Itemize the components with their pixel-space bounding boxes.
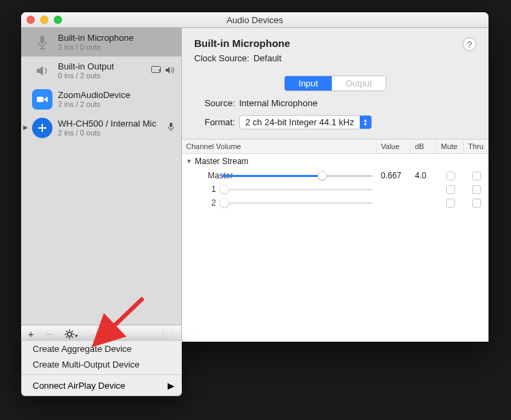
svg-line-14 [66, 331, 67, 332]
titlebar[interactable]: Audio Devices [21, 12, 489, 28]
value-cell: 0.667 [377, 169, 411, 182]
gear-popup-menu: Create Aggregate Device Create Multi-Out… [21, 341, 182, 396]
device-name: ZoomAudioDevice [58, 90, 174, 101]
volume-slider [221, 184, 373, 194]
resize-grip-icon[interactable]: ⋮⋮ [159, 330, 177, 338]
device-io: 0 ins / 2 outs [58, 71, 146, 80]
device-io: 2 ins / 2 outs [58, 100, 174, 109]
menu-label: Connect AirPlay Device [33, 381, 125, 391]
svg-rect-3 [152, 67, 161, 73]
col-thru[interactable]: Thru [464, 140, 489, 153]
device-list[interactable]: Built-in Microphone 2 ins / 0 outs Built… [21, 28, 181, 325]
menu-separator [22, 374, 181, 375]
mute-checkbox[interactable] [446, 185, 455, 194]
gear-menu-button[interactable]: ▾ [62, 328, 80, 340]
sidebar-toolbar: + − ▾ ⋮⋮ [21, 325, 181, 342]
menu-connect-airplay[interactable]: Connect AirPlay Device ▶ [22, 377, 181, 395]
device-sidebar: Built-in Microphone 2 ins / 0 outs Built… [21, 28, 182, 342]
channel-table: Channel Volume Value dB Mute Thru ▼ Mast… [182, 139, 489, 342]
source-value: Internal Microphone [239, 98, 318, 108]
remove-device-button[interactable]: − [44, 328, 55, 340]
disclosure-triangle-icon[interactable]: ▶ [23, 124, 28, 131]
db-cell [411, 201, 437, 204]
close-icon[interactable] [27, 16, 35, 24]
db-cell [411, 188, 437, 191]
help-button[interactable]: ? [463, 37, 476, 51]
svg-line-17 [72, 331, 73, 332]
io-tabs: Input Output [284, 76, 386, 91]
clock-source-value: Default [253, 53, 281, 63]
svg-rect-1 [42, 46, 43, 48]
master-stream-label: Master Stream [195, 157, 249, 166]
stepper-icon: ▲▼ [360, 116, 371, 129]
device-name: WH-CH500 / Internal Mic [58, 118, 162, 129]
device-io: 2 ins / 0 outs [58, 129, 162, 138]
thru-checkbox[interactable] [472, 172, 481, 180]
aggregate-icon [32, 118, 52, 138]
col-mute[interactable]: Mute [437, 140, 464, 153]
svg-line-15 [72, 336, 73, 338]
svg-rect-8 [171, 129, 172, 131]
menu-create-aggregate[interactable]: Create Aggregate Device [22, 341, 181, 357]
db-cell: 4.0 [411, 169, 437, 182]
menu-create-multi-output[interactable]: Create Multi-Output Device [22, 357, 181, 372]
thru-checkbox[interactable] [472, 185, 481, 194]
zoom-icon [32, 89, 52, 110]
device-detail-pane: Built-in Microphone Clock Source: Defaul… [182, 28, 489, 342]
display-output-icon [151, 65, 162, 77]
value-cell [377, 188, 411, 191]
svg-rect-6 [38, 127, 46, 129]
device-aggregate[interactable]: ▶ WH-CH500 / Internal Mic 2 ins / 0 outs [21, 114, 181, 142]
svg-rect-7 [170, 123, 172, 127]
microphone-icon [32, 32, 52, 52]
volume-slider[interactable] [221, 171, 373, 180]
svg-rect-4 [37, 97, 44, 102]
mute-checkbox[interactable] [446, 172, 455, 180]
channel-name: Master [182, 171, 221, 180]
channel-header-row: Channel Volume Value dB Mute Thru [182, 140, 489, 154]
channel-row-master: Master 0.667 4.0 [182, 169, 489, 182]
col-db[interactable]: dB [411, 140, 437, 153]
col-channel-volume[interactable]: Channel Volume [182, 140, 377, 153]
device-name: Built-in Microphone [58, 33, 174, 44]
svg-rect-0 [40, 35, 44, 44]
col-value[interactable]: Value [377, 140, 411, 153]
default-input-icon [168, 122, 174, 134]
device-built-in-output[interactable]: Built-in Output 0 ins / 2 outs [21, 56, 181, 85]
channel-row-2: 2 [182, 196, 489, 210]
clock-source-label: Clock Source: [194, 53, 249, 63]
thru-checkbox[interactable] [472, 199, 481, 208]
format-select[interactable]: 2 ch 24-bit Integer 44.1 kHz ▲▼ [239, 115, 372, 129]
speaker-icon [32, 61, 52, 81]
device-zoom-audio[interactable]: ZoomAudioDevice 2 ins / 2 outs [21, 85, 181, 114]
add-device-button[interactable]: + [25, 328, 37, 340]
device-name: Built-in Output [58, 61, 146, 72]
value-cell [377, 201, 411, 204]
sound-output-icon [165, 65, 174, 77]
tab-output: Output [332, 76, 386, 91]
mute-checkbox[interactable] [446, 199, 455, 208]
traffic-lights [27, 16, 62, 24]
submenu-arrow-icon: ▶ [168, 381, 174, 391]
audio-devices-window: Audio Devices Built-in Microphone 2 ins … [21, 12, 489, 342]
zoom-icon[interactable] [54, 16, 62, 24]
format-label: Format: [194, 117, 235, 127]
svg-line-16 [66, 336, 67, 338]
channel-row-1: 1 [182, 182, 489, 196]
channel-name: 1 [182, 184, 221, 194]
detail-title: Built-in Microphone [194, 37, 450, 49]
source-label: Source: [194, 98, 235, 108]
svg-point-9 [67, 332, 72, 336]
window-title: Audio Devices [226, 15, 283, 25]
device-io: 2 ins / 0 outs [58, 43, 174, 52]
tab-input[interactable]: Input [285, 76, 332, 91]
master-stream-row[interactable]: ▼ Master Stream [182, 154, 489, 169]
format-value: 2 ch 24-bit Integer 44.1 kHz [240, 116, 360, 129]
minimize-icon[interactable] [40, 16, 48, 24]
svg-rect-2 [40, 48, 45, 50]
device-built-in-microphone[interactable]: Built-in Microphone 2 ins / 0 outs [21, 28, 181, 56]
disclosure-down-icon[interactable]: ▼ [186, 158, 192, 165]
channel-name: 2 [182, 198, 221, 208]
volume-slider [221, 198, 373, 208]
